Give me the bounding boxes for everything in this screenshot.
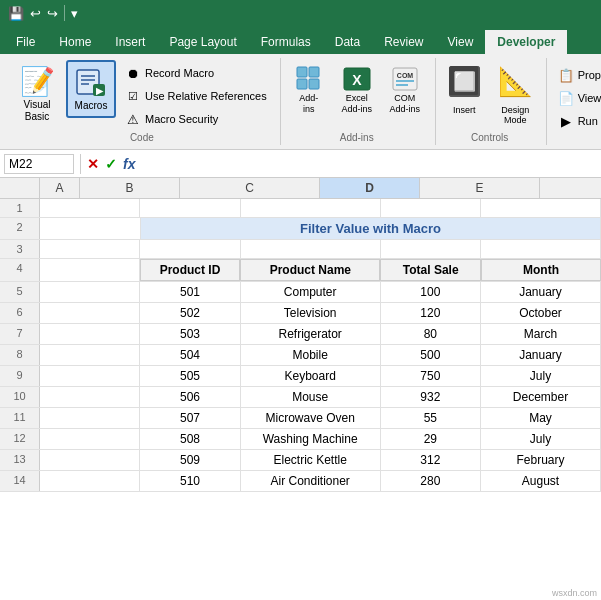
view-code-button[interactable]: 📄 View Code (553, 87, 601, 109)
run-dialog-button[interactable]: ▶ Run Dialog (553, 110, 601, 132)
addins-button[interactable]: Add-ins (287, 60, 331, 120)
col-header-e[interactable]: E (420, 178, 540, 198)
cell-d9[interactable]: 750 (381, 366, 481, 386)
cell-c10[interactable]: Mouse (241, 387, 381, 407)
col-header-a[interactable]: A (40, 178, 80, 198)
tab-formulas[interactable]: Formulas (249, 30, 323, 54)
header-product-name[interactable]: Product Name (240, 259, 380, 281)
cell-d1[interactable] (381, 199, 481, 217)
cell-b14[interactable]: 510 (140, 471, 240, 491)
cell-b13[interactable]: 509 (140, 450, 240, 470)
undo-icon[interactable]: ↩ (30, 6, 41, 21)
cell-a10[interactable] (40, 387, 140, 407)
tab-view[interactable]: View (436, 30, 486, 54)
cell-e3[interactable] (481, 240, 601, 258)
title-cell[interactable]: Filter Value with Macro (141, 218, 601, 239)
cell-a8[interactable] (40, 345, 140, 365)
com-addins-button[interactable]: COM COMAdd-ins (383, 60, 427, 120)
cell-e7[interactable]: March (481, 324, 601, 344)
tab-data[interactable]: Data (323, 30, 372, 54)
cell-c3[interactable] (241, 240, 381, 258)
cell-b3[interactable] (140, 240, 240, 258)
cell-d3[interactable] (381, 240, 481, 258)
cell-a5[interactable] (40, 282, 140, 302)
cell-b9[interactable]: 505 (140, 366, 240, 386)
cell-b11[interactable]: 507 (140, 408, 240, 428)
properties-button[interactable]: 📋 Properties (553, 64, 601, 86)
save-icon[interactable]: 💾 (8, 6, 24, 21)
cell-a6[interactable] (40, 303, 140, 323)
record-macro-button[interactable]: ⏺ Record Macro (120, 62, 272, 84)
cell-d11[interactable]: 55 (381, 408, 481, 428)
cell-b7[interactable]: 503 (140, 324, 240, 344)
tab-file[interactable]: File (4, 30, 47, 54)
design-mode-button[interactable]: 📐 (493, 60, 538, 103)
cell-b8[interactable]: 504 (140, 345, 240, 365)
cell-d10[interactable]: 932 (381, 387, 481, 407)
tab-insert[interactable]: Insert (103, 30, 157, 54)
cell-a14[interactable] (40, 471, 140, 491)
cancel-formula-icon[interactable]: ✕ (87, 156, 99, 172)
cell-e11[interactable]: May (481, 408, 601, 428)
formula-input[interactable] (139, 155, 597, 173)
cell-d6[interactable]: 120 (381, 303, 481, 323)
cell-d13[interactable]: 312 (381, 450, 481, 470)
name-box[interactable] (4, 154, 74, 174)
cell-e13[interactable]: February (481, 450, 601, 470)
col-header-c[interactable]: C (180, 178, 320, 198)
cell-c14[interactable]: Air Conditioner (241, 471, 381, 491)
cell-e10[interactable]: December (481, 387, 601, 407)
redo-icon[interactable]: ↪ (47, 6, 58, 21)
cell-e5[interactable]: January (481, 282, 601, 302)
cell-a3[interactable] (40, 240, 140, 258)
cell-d14[interactable]: 280 (381, 471, 481, 491)
cell-c11[interactable]: Microwave Oven (241, 408, 381, 428)
cell-e6[interactable]: October (481, 303, 601, 323)
cell-d7[interactable]: 80 (381, 324, 481, 344)
header-total-sale[interactable]: Total Sale (380, 259, 481, 281)
macro-security-button[interactable]: ⚠ Macro Security (120, 108, 272, 130)
col-header-b[interactable]: B (80, 178, 180, 198)
cell-d12[interactable]: 29 (381, 429, 481, 449)
cell-b1[interactable] (140, 199, 240, 217)
cell-a1[interactable] (40, 199, 140, 217)
cell-a2[interactable] (40, 218, 141, 239)
visual-basic-button[interactable]: 📝 VisualBasic (12, 60, 62, 128)
cell-c7[interactable]: Refrigerator (241, 324, 381, 344)
tab-home[interactable]: Home (47, 30, 103, 54)
cell-b6[interactable]: 502 (140, 303, 240, 323)
col-header-d[interactable]: D (320, 178, 420, 198)
tab-review[interactable]: Review (372, 30, 435, 54)
cell-a7[interactable] (40, 324, 140, 344)
cell-c12[interactable]: Washing Machine (241, 429, 381, 449)
cell-a12[interactable] (40, 429, 140, 449)
cell-c5[interactable]: Computer (241, 282, 381, 302)
cell-d5[interactable]: 100 (381, 282, 481, 302)
cell-e14[interactable]: August (481, 471, 601, 491)
confirm-formula-icon[interactable]: ✓ (105, 156, 117, 172)
cell-c6[interactable]: Television (241, 303, 381, 323)
header-product-id[interactable]: Product ID (140, 259, 241, 281)
cell-c8[interactable]: Mobile (241, 345, 381, 365)
cell-e1[interactable] (481, 199, 601, 217)
cell-b10[interactable]: 506 (140, 387, 240, 407)
cell-b5[interactable]: 501 (140, 282, 240, 302)
cell-c9[interactable]: Keyboard (241, 366, 381, 386)
relative-refs-button[interactable]: ☑ Use Relative References (120, 85, 272, 107)
cell-a4[interactable] (40, 259, 140, 281)
header-month[interactable]: Month (481, 259, 601, 281)
macros-button[interactable]: ▶ Macros (66, 60, 116, 118)
cell-c13[interactable]: Electric Kettle (241, 450, 381, 470)
cell-d8[interactable]: 500 (381, 345, 481, 365)
cell-e9[interactable]: July (481, 366, 601, 386)
tab-page-layout[interactable]: Page Layout (157, 30, 248, 54)
cell-a13[interactable] (40, 450, 140, 470)
excel-addins-button[interactable]: X ExcelAdd-ins (335, 60, 379, 120)
customize-icon[interactable]: ▾ (71, 6, 78, 21)
cell-c1[interactable] (241, 199, 381, 217)
insert-function-icon[interactable]: fx (123, 156, 135, 172)
tab-developer[interactable]: Developer (485, 30, 567, 54)
cell-e12[interactable]: July (481, 429, 601, 449)
insert-button[interactable]: 🔲 (442, 60, 487, 103)
cell-b12[interactable]: 508 (140, 429, 240, 449)
